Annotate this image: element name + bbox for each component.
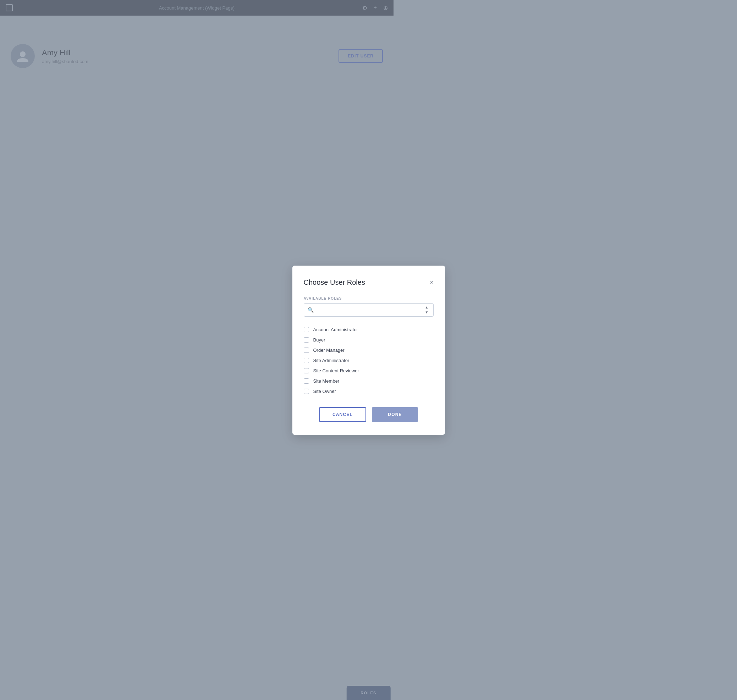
checkbox-site-administrator[interactable] <box>304 358 309 363</box>
choose-user-roles-modal: Choose User Roles × AVAILABLE ROLES 🔍 ▲ … <box>292 266 394 375</box>
search-container: 🔍 ▲ ▼ <box>304 303 394 317</box>
search-icon: 🔍 <box>308 307 314 313</box>
roles-list: Account AdministratorBuyerOrder ManagerS… <box>304 325 394 375</box>
list-item: Site Content Reviewer <box>304 366 394 375</box>
list-item: Buyer <box>304 335 394 345</box>
role-label-account-administrator: Account Administrator <box>313 327 358 332</box>
modal-header: Choose User Roles × <box>304 278 394 287</box>
role-label-order-manager: Order Manager <box>313 347 345 353</box>
list-item: Order Manager <box>304 345 394 355</box>
checkbox-account-administrator[interactable] <box>304 327 309 332</box>
modal-overlay: Choose User Roles × AVAILABLE ROLES 🔍 ▲ … <box>0 0 394 375</box>
list-item: Account Administrator <box>304 325 394 335</box>
checkbox-order-manager[interactable] <box>304 347 309 353</box>
modal-title: Choose User Roles <box>304 278 365 287</box>
role-label-buyer: Buyer <box>313 337 326 343</box>
list-item: Site Administrator <box>304 355 394 366</box>
role-label-site-administrator: Site Administrator <box>313 358 349 363</box>
available-roles-label: AVAILABLE ROLES <box>304 296 394 300</box>
checkbox-site-content-reviewer[interactable] <box>304 368 309 374</box>
role-label-site-content-reviewer: Site Content Reviewer <box>313 368 359 374</box>
search-input[interactable] <box>317 304 394 316</box>
checkbox-buyer[interactable] <box>304 337 309 343</box>
